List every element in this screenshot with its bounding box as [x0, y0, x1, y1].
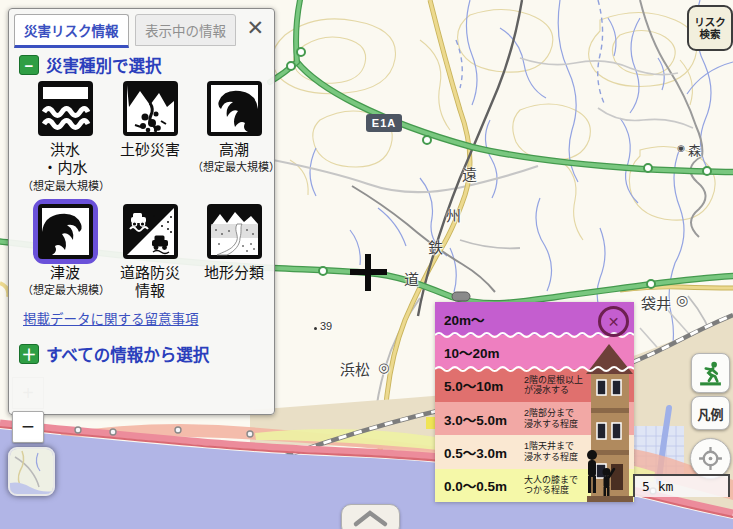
locate-icon — [697, 445, 724, 472]
disaster-risk-panel: 災害リスク情報 表示中の情報 ✕ − 災害種別で選択 洪水 ・内水 （想定最大規… — [8, 8, 275, 415]
minimap-toggle-button[interactable] — [8, 447, 55, 496]
legend-close-icon[interactable]: ✕ — [598, 306, 629, 337]
legend-row: 20m～ ✕ — [435, 302, 634, 335]
expressway-badge: E1A — [366, 114, 402, 132]
expand-icon[interactable]: ＋ — [19, 344, 39, 364]
railway-name-char: 道 — [404, 268, 419, 289]
tab-disaster-risk-info[interactable]: 災害リスク情報 — [14, 14, 129, 48]
section-select-by-type: − 災害種別で選択 — [19, 53, 162, 77]
section-title: 災害種別で選択 — [46, 53, 162, 77]
railway-name-char: 州 — [446, 204, 461, 225]
map-scale-bar: 5 km — [633, 474, 730, 497]
tunnel-symbol — [452, 292, 470, 301]
risk-search-button[interactable]: リスク 検索 — [687, 5, 733, 51]
hamamatsu-label: 浜松 — [340, 358, 370, 379]
landslide-icon — [123, 81, 178, 136]
mori-label: 森 — [688, 140, 701, 159]
disaster-type-landform[interactable]: 地形分類 — [202, 199, 267, 302]
landform-icon — [207, 204, 262, 259]
disaster-type-tsunami[interactable]: 津波 （想定最大規模） — [22, 199, 108, 302]
storm-surge-icon — [207, 81, 262, 136]
collapse-search-button[interactable] — [341, 504, 400, 529]
collapse-icon[interactable]: − — [19, 55, 39, 75]
evacuation-site-button[interactable] — [691, 353, 730, 393]
hamamatsu-city-mark: ◎ — [378, 360, 389, 375]
current-location-button[interactable] — [690, 438, 731, 479]
data-notice-link[interactable]: 掲載データに関する留意事項 — [23, 308, 199, 328]
running-person-icon — [697, 360, 724, 387]
fukuroi-label: 袋井 — [641, 292, 671, 313]
legend-button[interactable]: 凡例 — [691, 396, 730, 430]
map-crosshair — [365, 254, 371, 291]
disaster-type-storm-surge[interactable]: 高潮 （想定最大規模） — [192, 76, 276, 199]
disaster-type-grid: 洪水 ・内水 （想定最大規模） 土砂災害 高潮 （想定最大規模） 津波 （想定最… — [22, 76, 276, 302]
disaster-type-landslide[interactable]: 土砂災害 — [118, 76, 183, 199]
panel-tab-bar: 災害リスク情報 表示中の情報 — [14, 14, 269, 44]
people-illustration — [582, 448, 616, 500]
tsunami-icon — [38, 204, 93, 259]
flood-icon — [38, 81, 93, 136]
fukuroi-city-mark: ◎ — [676, 292, 688, 308]
elevation-label: 39 — [320, 320, 332, 332]
road-disaster-icon — [123, 204, 178, 259]
tab-displayed-info[interactable]: 表示中の情報 — [135, 14, 236, 46]
minimap-thumbnail — [10, 449, 53, 494]
railway-name-char: 鉄 — [428, 236, 443, 257]
section-select-all-info: ＋ すべての情報から選択 — [19, 342, 209, 366]
railway-name-char: 遠 — [462, 163, 477, 184]
disaster-type-flood[interactable]: 洪水 ・内水 （想定最大規模） — [22, 76, 108, 199]
wave-separator — [435, 365, 634, 373]
tsunami-depth-legend: 20m～ ✕ 10～20m 5.0～10m 2階の屋根以上 が浸水する 3.0～… — [435, 302, 634, 502]
zoom-out-button[interactable]: − — [12, 411, 44, 443]
close-icon[interactable]: ✕ — [246, 17, 264, 38]
mori-town-mark: ◉ — [677, 143, 685, 153]
elevation-dot — [314, 327, 317, 330]
chevron-up-icon — [342, 505, 399, 529]
disaster-type-road-info[interactable]: 道路防災 情報 — [118, 199, 183, 302]
section-title: すべての情報から選択 — [46, 342, 209, 366]
